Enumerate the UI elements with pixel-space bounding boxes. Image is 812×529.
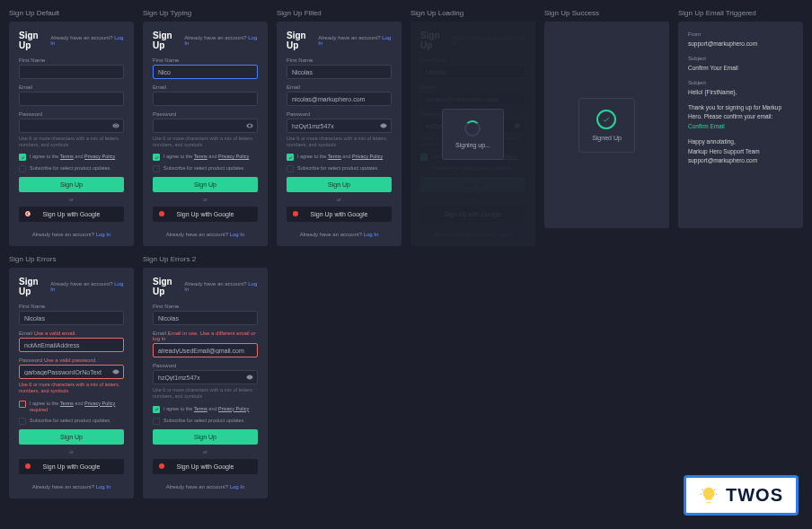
terms-text: I agree to the Terms and Privacy Policy (297, 154, 383, 160)
google-icon (158, 210, 165, 217)
from-value: support@markuphero.com (688, 40, 793, 48)
already-text: Already have an account? Log In (50, 281, 124, 292)
firstname-input[interactable] (19, 65, 124, 79)
google-signup-button[interactable]: Sign Up with Google (19, 459, 124, 474)
email-error: Use a valid email. (34, 331, 76, 336)
privacy-link[interactable]: Privacy Policy (84, 401, 115, 406)
body-text-1: Thank you for signing up for Markup Hero… (688, 103, 793, 122)
signup-button[interactable]: Sign Up (153, 429, 258, 445)
privacy-link[interactable]: Privacy Policy (218, 406, 249, 411)
body-text-2: Happy annotating, (688, 137, 793, 146)
already-text: Already have an account? Log In (50, 35, 124, 46)
google-icon (24, 463, 31, 470)
eye-icon[interactable] (246, 374, 253, 381)
signup-button[interactable]: Sign Up (19, 177, 124, 192)
firstname-label: First Name (287, 57, 392, 63)
privacy-link[interactable]: Privacy Policy (218, 154, 249, 159)
terms-link[interactable]: Terms (60, 154, 74, 159)
confirm-email-link[interactable]: Confirm Email (688, 123, 725, 129)
subject-label: Subject (688, 55, 793, 64)
email-input[interactable] (153, 343, 258, 357)
password-input[interactable] (19, 365, 124, 379)
google-signup-button[interactable]: Sign Up with Google (153, 459, 258, 474)
firstname-label: First Name (19, 57, 124, 63)
password-error: Use a valid password. (44, 357, 97, 363)
terms-checkbox[interactable] (153, 154, 160, 161)
password-input[interactable] (19, 119, 124, 133)
terms-link[interactable]: Terms (328, 154, 341, 159)
terms-link[interactable]: Terms (194, 406, 207, 411)
email-input[interactable] (19, 338, 124, 352)
card-footer: Already have an account? Log In (19, 232, 124, 237)
frame-label: Sign Up Success (544, 9, 669, 17)
password-input[interactable] (153, 370, 258, 384)
from-label: From (688, 31, 793, 40)
card-footer: Already have an account? Log In (153, 232, 258, 237)
frame-signup-errors: Sign Up Errors Sign UpAlready have an ac… (9, 255, 134, 498)
privacy-link[interactable]: Privacy Policy (84, 154, 115, 159)
signup-button[interactable]: Sign Up (153, 177, 258, 192)
or-divider: or (19, 197, 124, 202)
subscribe-checkbox[interactable] (153, 165, 160, 172)
terms-link[interactable]: Terms (194, 154, 207, 159)
svg-point-2 (293, 211, 298, 216)
eye-icon[interactable] (112, 368, 119, 375)
firstname-label: First Name (153, 57, 258, 63)
subscribe-text: Subscribe for select product updates. (30, 418, 111, 424)
google-signup-button[interactable]: Sign Up with Google (287, 207, 392, 222)
google-signup-button[interactable]: Sign Up with Google (153, 207, 258, 222)
svg-point-1 (159, 211, 164, 216)
already-text: Already have an account? Log In (318, 35, 392, 46)
twos-watermark: TWOS (684, 475, 799, 507)
subscribe-checkbox[interactable] (19, 418, 26, 425)
twos-text: TWOS (726, 485, 783, 506)
firstname-input[interactable] (19, 311, 124, 325)
email-label: Email Email in use. Use a different emai… (153, 331, 258, 341)
terms-text: I agree to the Terms and Privacy Policy … (30, 401, 124, 413)
password-label: Password (153, 363, 258, 368)
subscribe-checkbox[interactable] (287, 165, 294, 172)
login-link-bottom[interactable]: Log In (96, 484, 111, 489)
login-link-bottom[interactable]: Log In (364, 232, 379, 237)
firstname-input[interactable] (153, 311, 258, 325)
card-footer: Already have an account? Log In (153, 484, 258, 489)
subscribe-text: Subscribe for select product updates. (163, 165, 245, 172)
card-title: Sign Up (19, 31, 50, 50)
signup-button[interactable]: Sign Up (287, 177, 392, 192)
success-modal: Signed Up (578, 98, 635, 153)
frame-signup-loading: Sign Up Loading Sign UpAlready have an a… (410, 9, 535, 246)
body-label: Subject (688, 79, 793, 88)
login-link-bottom[interactable]: Log In (230, 232, 245, 237)
eye-icon[interactable] (380, 122, 387, 129)
privacy-link[interactable]: Privacy Policy (352, 154, 383, 159)
subscribe-checkbox[interactable] (19, 165, 26, 172)
email-input[interactable] (19, 92, 124, 106)
google-signup-button[interactable]: Sign Up with Google (19, 207, 124, 222)
password-input[interactable] (153, 119, 258, 133)
login-link-bottom[interactable]: Log In (230, 484, 245, 489)
terms-checkbox[interactable] (19, 154, 26, 161)
firstname-input[interactable] (287, 65, 392, 79)
loading-text: Signing up... (455, 142, 490, 148)
eye-icon[interactable] (112, 122, 119, 129)
terms-checkbox[interactable] (287, 154, 294, 161)
login-link-bottom[interactable]: Log In (96, 232, 111, 237)
frame-label: Sign Up Default (9, 9, 134, 17)
already-text: Already have an account? Log In (184, 281, 258, 292)
subscribe-checkbox[interactable] (153, 418, 160, 425)
terms-checkbox[interactable] (19, 401, 26, 408)
signup-button[interactable]: Sign Up (19, 429, 124, 445)
frame-label: Sign Up Filled (277, 9, 402, 17)
terms-text: I agree to the Terms and Privacy Policy (163, 154, 249, 160)
card-title: Sign Up (153, 277, 184, 296)
password-input[interactable] (287, 119, 392, 133)
email-input[interactable] (153, 92, 258, 106)
subscribe-text: Subscribe for select product updates. (297, 165, 379, 172)
eye-icon[interactable] (246, 122, 253, 129)
terms-checkbox[interactable] (153, 406, 160, 413)
firstname-input[interactable] (153, 65, 258, 79)
or-divider: or (287, 197, 392, 202)
email-input[interactable] (287, 92, 392, 106)
card-title: Sign Up (19, 277, 50, 296)
terms-link[interactable]: Terms (60, 401, 74, 406)
